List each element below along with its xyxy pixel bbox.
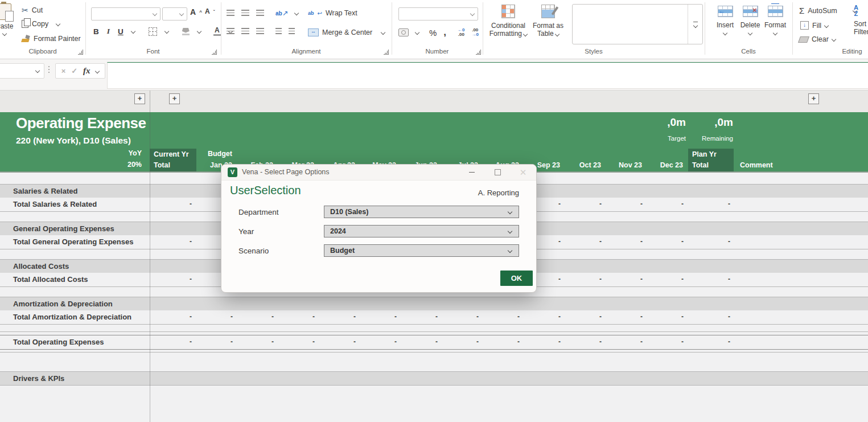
percent-icon[interactable]: % [429,28,437,38]
maximize-button[interactable] [488,165,507,180]
value-cell[interactable]: - [606,273,647,286]
value-cell[interactable]: - [442,335,483,349]
clear-button[interactable]: Clear [799,35,836,43]
insert-function-icon[interactable]: fx [83,66,90,76]
value-cell[interactable]: - [688,310,734,324]
value-cell[interactable]: - [196,335,237,349]
value-cell[interactable]: - [360,310,401,324]
value-cell[interactable]: - [319,310,360,324]
wrap-text-button[interactable]: ab↩ Wrap Text [308,9,357,17]
font-size-combo[interactable] [162,7,187,21]
chevron-down-icon[interactable] [197,29,201,34]
expand-group-button[interactable]: + [169,93,180,104]
value-cell[interactable]: - [688,235,734,249]
value-cell[interactable]: - [606,235,647,249]
decrease-indent-icon[interactable] [275,28,282,34]
scenario-select[interactable]: Budget [324,244,519,257]
chevron-down-icon[interactable] [294,10,299,15]
comma-icon[interactable]: , [443,27,446,38]
align-left-icon[interactable] [227,28,235,34]
section-band-row[interactable]: Amortization & Depreciation [0,297,868,311]
value-cell[interactable]: - [483,310,524,324]
value-cell[interactable]: - [237,335,278,349]
value-cell[interactable]: - [688,335,734,349]
value-cell[interactable]: - [524,335,565,349]
value-cell[interactable]: - [565,310,606,324]
font-color-icon[interactable]: A [213,27,221,36]
dialog-launcher-icon[interactable] [78,50,83,55]
name-box[interactable] [0,63,44,79]
value-cell[interactable]: - [524,310,565,324]
align-right-icon[interactable] [256,28,264,34]
conditional-formatting-button[interactable]: Conditional Formatting [487,5,529,38]
value-cell[interactable]: - [688,273,734,286]
comment-cell[interactable] [734,235,868,249]
fill-color-icon[interactable] [182,28,190,35]
value-cell[interactable]: - [483,335,524,349]
merge-center-button[interactable]: Merge & Center [308,28,385,36]
value-cell[interactable]: - [401,335,442,349]
value-cell[interactable]: - [442,310,483,324]
chevron-down-icon[interactable] [164,29,169,34]
year-select[interactable]: 2024 [324,225,519,237]
accounting-format-icon[interactable] [398,28,409,36]
copy-button[interactable]: Copy [22,20,60,28]
align-top-icon[interactable] [227,10,235,16]
value-cell[interactable]: - [647,335,688,349]
number-format-combo[interactable] [398,7,478,21]
increase-decimal-icon[interactable]: ←0.00 [458,28,464,37]
comment-cell[interactable] [734,310,868,324]
format-as-table-button[interactable]: Format as Table [527,5,569,38]
fill-button[interactable]: ↓ Fill [800,21,828,30]
align-bottom-icon[interactable] [256,10,264,16]
borders-icon[interactable] [149,27,157,36]
formula-input[interactable] [107,62,868,89]
comment-cell[interactable] [734,335,868,349]
expand-group-button[interactable]: + [808,93,819,104]
paste-button[interactable]: Paste [0,3,17,35]
sort-filter-button[interactable]: AZ Sort & Filter [854,5,868,36]
decrease-font-button[interactable]: Aˇ [205,7,215,15]
format-painter-button[interactable]: Format Painter [22,35,81,43]
comment-cell[interactable] [734,273,868,286]
comment-cell[interactable] [734,198,868,211]
autosum-button[interactable]: Σ AutoSum [799,6,857,15]
value-cell[interactable]: - [606,198,647,211]
value-cell[interactable]: - [565,198,606,211]
bold-button[interactable]: B [93,27,99,36]
value-cell[interactable]: - [360,335,401,349]
close-button[interactable]: ✕ [513,165,533,180]
value-cell[interactable]: - [150,198,196,211]
chevron-down-icon[interactable] [131,29,135,34]
value-cell[interactable]: - [606,335,647,349]
value-cell[interactable]: - [565,235,606,249]
dialog-launcher-icon[interactable] [476,50,481,55]
font-name-combo[interactable] [91,7,161,21]
ok-button[interactable]: OK [500,271,533,286]
expand-group-button[interactable]: + [134,93,145,104]
cut-button[interactable]: ✂ Cut [22,6,43,15]
align-middle-icon[interactable] [241,10,249,16]
cell-styles-gallery[interactable] [572,4,703,44]
value-cell[interactable]: - [319,335,360,349]
value-cell[interactable]: - [150,335,196,349]
value-cell[interactable]: - [401,310,442,324]
section-band-row[interactable]: Drivers & KPIs [0,371,868,386]
dialog-launcher-icon[interactable] [212,50,217,55]
value-cell[interactable]: - [565,335,606,349]
value-cell[interactable]: - [237,310,278,324]
formula-bar-divider[interactable] [48,66,50,67]
format-cells-button[interactable]: Format [756,6,794,35]
value-cell[interactable]: - [278,335,319,349]
value-cell[interactable]: - [278,310,319,324]
value-cell[interactable]: - [196,310,237,324]
enter-icon[interactable]: ✓ [71,67,77,75]
underline-button[interactable]: U [118,27,124,36]
dialog-launcher-icon[interactable] [384,50,389,55]
value-cell[interactable]: - [647,235,688,249]
value-cell[interactable]: - [150,310,196,324]
department-select[interactable]: D10 (Sales) [324,206,519,218]
value-cell[interactable]: - [150,235,196,249]
italic-button[interactable]: I [107,27,110,36]
value-cell[interactable]: - [565,273,606,286]
